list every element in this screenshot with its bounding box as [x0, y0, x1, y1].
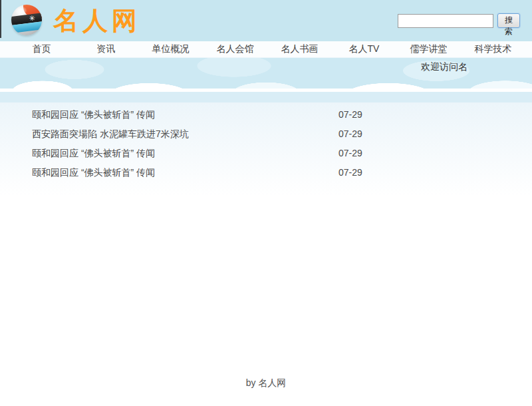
- search-button[interactable]: 搜索: [497, 13, 520, 28]
- news-link[interactable]: 颐和园回应 “佛头被斩首” 传闻: [32, 144, 155, 163]
- welcome-text: 欢迎访问名: [421, 61, 467, 73]
- nav-item-science[interactable]: 科学技术: [461, 43, 525, 55]
- news-row: 颐和园回应 “佛头被斩首” 传闻 07-29: [0, 144, 532, 163]
- window-edge: [0, 0, 1, 38]
- site-title[interactable]: 名人网: [53, 4, 141, 38]
- logo-gloss-highlight: [14, 6, 27, 15]
- main-nav: 首页 资讯 单位概况 名人会馆 名人书画 名人TV 儒学讲堂 科学技术: [0, 41, 532, 58]
- page-header: ✳ 名人网 搜索: [0, 0, 532, 41]
- news-link[interactable]: 颐和园回应 “佛头被斩首” 传闻: [32, 163, 155, 182]
- news-date: 07-29: [338, 163, 362, 182]
- nav-item-overview[interactable]: 单位概况: [138, 43, 203, 55]
- search-input[interactable]: [398, 14, 493, 28]
- news-row: 颐和园回应 “佛头被斩首” 传闻 07-29: [0, 163, 532, 182]
- news-link[interactable]: 颐和园回应 “佛头被斩首” 传闻: [32, 105, 155, 124]
- news-link[interactable]: 西安路面突場陷 水泥罐车跌进7米深坑: [32, 124, 189, 144]
- news-row: 西安路面突場陷 水泥罐车跌进7米深坑 07-29: [0, 124, 532, 144]
- news-date: 07-29: [338, 144, 362, 163]
- footer-credit: by 名人网: [0, 377, 532, 389]
- search-bar: 搜索: [398, 13, 520, 28]
- nav-item-hall[interactable]: 名人会馆: [203, 43, 267, 55]
- main-content: 颐和园回应 “佛头被斩首” 传闻 07-29 西安路面突場陷 水泥罐车跌进7米深…: [0, 102, 532, 406]
- news-date: 07-29: [338, 124, 362, 144]
- site-logo-globe-icon[interactable]: ✳: [11, 5, 42, 35]
- news-list: 颐和园回应 “佛头被斩首” 传闻 07-29 西安路面突場陷 水泥罐车跌进7米深…: [0, 102, 532, 182]
- nav-item-home[interactable]: 首页: [9, 43, 74, 55]
- nav-item-painting[interactable]: 名人书画: [267, 43, 332, 55]
- nav-item-lecture[interactable]: 儒学讲堂: [396, 43, 461, 55]
- section-band: [0, 92, 532, 102]
- news-row: 颐和园回应 “佛头被斩首” 传闻 07-29: [0, 105, 532, 124]
- news-date: 07-29: [338, 105, 362, 124]
- nav-item-tv[interactable]: 名人TV: [332, 43, 396, 55]
- cloud-banner: 欢迎访问名: [0, 58, 532, 89]
- nav-item-news[interactable]: 资讯: [74, 43, 138, 55]
